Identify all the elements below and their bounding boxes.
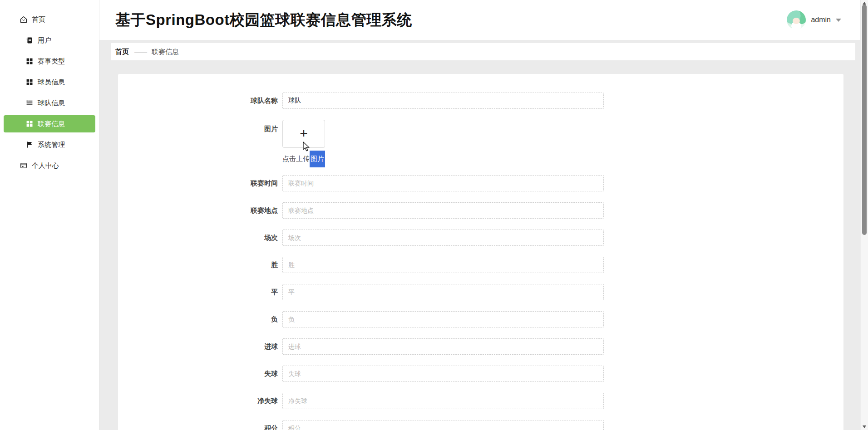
field-input-2[interactable] (282, 202, 604, 219)
list-icon (26, 99, 33, 107)
sidebar-item-1[interactable]: 用户 (4, 32, 95, 49)
home-icon (20, 16, 27, 23)
arrow-down-icon (863, 425, 866, 428)
sidebar-item-label: 球员信息 (38, 78, 65, 87)
field-input-9[interactable] (282, 393, 604, 409)
sidebar: 首页用户赛事类型球员信息球队信息联赛信息系统管理个人中心 (0, 0, 99, 430)
username-label[interactable]: admin (811, 16, 831, 24)
breadcrumb-current: 联赛信息 (152, 48, 179, 56)
grid-icon (26, 78, 33, 86)
sidebar-item-2[interactable]: 赛事类型 (4, 53, 95, 70)
sidebar-item-7[interactable]: 个人中心 (4, 157, 95, 174)
sidebar-item-3[interactable]: 球员信息 (4, 73, 95, 91)
field-label: 净失球 (118, 396, 282, 406)
field-label: 负 (118, 315, 282, 324)
top-header: 基于SpringBoot校园篮球联赛信息管理系统 admin (99, 0, 860, 40)
field-label: 积分 (118, 424, 282, 430)
image-upload-dropzone[interactable]: + (282, 120, 325, 148)
form-row: 进球 (118, 338, 843, 355)
page-scrollbar[interactable] (860, 0, 868, 430)
sidebar-item-4[interactable]: 球队信息 (4, 94, 95, 112)
upload-tip: 点击上传 图片 (282, 151, 325, 167)
sidebar-item-label: 赛事类型 (38, 57, 65, 66)
sidebar-item-label: 系统管理 (38, 141, 65, 149)
page-title: 基于SpringBoot校园篮球联赛信息管理系统 (115, 10, 412, 30)
sidebar-item-0[interactable]: 首页 (4, 11, 95, 28)
form-row: 联赛时间 (118, 175, 843, 191)
field-input-10[interactable] (282, 420, 604, 430)
notebook-icon (26, 37, 33, 44)
main-area: 基于SpringBoot校园篮球联赛信息管理系统 admin 首页 —— 联赛信… (99, 0, 860, 430)
form-rows-top: 球队名称 (118, 93, 843, 109)
card-icon (20, 162, 27, 169)
field-input-7[interactable] (282, 338, 604, 355)
form-row: 负 (118, 311, 843, 327)
user-avatar[interactable] (787, 10, 806, 29)
field-label: 平 (118, 288, 282, 297)
field-input-1[interactable] (282, 175, 604, 191)
breadcrumb-separator: —— (134, 48, 146, 56)
form-rows-bottom: 联赛时间联赛地点场次胜平负进球失球净失球积分 (118, 175, 843, 430)
grid-icon (26, 58, 33, 65)
upload-tip-selected-text: 图片 (310, 151, 325, 167)
form-row: 球队名称 (118, 93, 843, 109)
field-input-6[interactable] (282, 311, 604, 327)
sidebar-item-label: 联赛信息 (38, 120, 65, 128)
scrollbar-down-button[interactable] (861, 424, 868, 430)
flag-icon (26, 141, 33, 148)
field-label: 胜 (118, 260, 282, 269)
plus-icon: + (300, 127, 308, 140)
sidebar-item-label: 用户 (38, 36, 51, 45)
form-row: 积分 (118, 420, 843, 430)
image-upload-label: 图片 (118, 120, 282, 133)
field-label: 进球 (118, 342, 282, 351)
form-row: 失球 (118, 366, 843, 382)
field-input-8[interactable] (282, 366, 604, 382)
grid-icon (26, 120, 33, 127)
app-window: 首页用户赛事类型球员信息球队信息联赛信息系统管理个人中心 基于SpringBoo… (0, 0, 868, 430)
sidebar-item-6[interactable]: 系统管理 (4, 136, 95, 153)
form-row: 胜 (118, 257, 843, 273)
chevron-down-icon[interactable] (836, 19, 841, 22)
sidebar-item-label: 首页 (32, 15, 45, 24)
image-upload-col: + 点击上传 图片 (282, 120, 325, 167)
form-row: 平 (118, 284, 843, 300)
form-card: 球队名称 图片 + 点击上传 图片 联赛时间联赛地点场次胜平负进球失球净失球积分 (118, 74, 843, 430)
field-input-3[interactable] (282, 230, 604, 246)
breadcrumb: 首页 —— 联赛信息 (111, 43, 855, 60)
field-input-5[interactable] (282, 284, 604, 300)
sidebar-item-label: 球队信息 (38, 99, 65, 108)
form-row: 净失球 (118, 393, 843, 409)
field-label: 联赛地点 (118, 206, 282, 215)
sidebar-item-5[interactable]: 联赛信息 (4, 115, 95, 132)
field-label: 球队名称 (118, 96, 282, 105)
form-row: 场次 (118, 230, 843, 246)
field-label: 场次 (118, 233, 282, 242)
sidebar-item-label: 个人中心 (32, 161, 59, 170)
user-menu[interactable]: admin (787, 10, 841, 29)
field-label: 失球 (118, 369, 282, 378)
field-label: 联赛时间 (118, 179, 282, 188)
field-input-0[interactable] (282, 93, 604, 109)
breadcrumb-home-link[interactable]: 首页 (115, 48, 129, 56)
form-row: 联赛地点 (118, 202, 843, 219)
scrollbar-thumb[interactable] (862, 5, 867, 235)
image-upload-row: 图片 + 点击上传 图片 (118, 120, 843, 167)
upload-tip-text: 点击上传 (282, 155, 310, 163)
field-input-4[interactable] (282, 257, 604, 273)
